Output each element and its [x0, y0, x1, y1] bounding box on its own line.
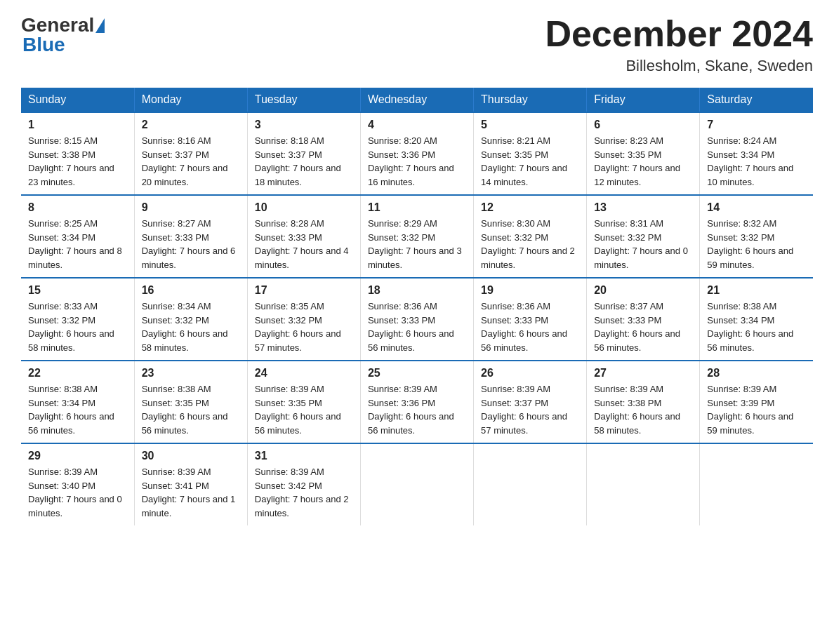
day-cell: 22 Sunrise: 8:38 AMSunset: 3:34 PMDaylig… — [21, 361, 134, 443]
day-number: 10 — [255, 201, 353, 214]
day-info: Sunrise: 8:33 AMSunset: 3:32 PMDaylight:… — [28, 301, 114, 353]
day-number: 11 — [368, 201, 466, 214]
day-number: 25 — [368, 367, 466, 380]
day-number: 31 — [255, 450, 353, 462]
day-info: Sunrise: 8:36 AMSunset: 3:33 PMDaylight:… — [368, 301, 454, 353]
day-number: 9 — [142, 201, 240, 214]
day-cell — [587, 443, 700, 525]
header-sunday: Sunday — [21, 88, 134, 112]
week-row-5: 29 Sunrise: 8:39 AMSunset: 3:40 PMDaylig… — [21, 443, 813, 525]
day-number: 16 — [142, 284, 240, 297]
day-cell: 23 Sunrise: 8:38 AMSunset: 3:35 PMDaylig… — [134, 361, 247, 443]
day-cell: 29 Sunrise: 8:39 AMSunset: 3:40 PMDaylig… — [21, 443, 134, 525]
day-number: 19 — [481, 284, 579, 297]
day-number: 28 — [707, 367, 806, 380]
day-info: Sunrise: 8:25 AMSunset: 3:34 PMDaylight:… — [28, 218, 122, 270]
day-cell: 7 Sunrise: 8:24 AMSunset: 3:34 PMDayligh… — [700, 112, 813, 195]
day-cell: 8 Sunrise: 8:25 AMSunset: 3:34 PMDayligh… — [21, 195, 134, 278]
day-info: Sunrise: 8:15 AMSunset: 3:38 PMDaylight:… — [28, 135, 114, 187]
day-cell: 2 Sunrise: 8:16 AMSunset: 3:37 PMDayligh… — [134, 112, 247, 195]
day-info: Sunrise: 8:39 AMSunset: 3:42 PMDaylight:… — [255, 467, 349, 518]
day-cell: 14 Sunrise: 8:32 AMSunset: 3:32 PMDaylig… — [700, 195, 813, 278]
day-cell: 30 Sunrise: 8:39 AMSunset: 3:41 PMDaylig… — [134, 443, 247, 525]
day-cell: 3 Sunrise: 8:18 AMSunset: 3:37 PMDayligh… — [247, 112, 360, 195]
day-info: Sunrise: 8:36 AMSunset: 3:33 PMDaylight:… — [481, 301, 567, 353]
day-cell — [474, 443, 587, 525]
header-monday: Monday — [134, 88, 247, 112]
day-info: Sunrise: 8:16 AMSunset: 3:37 PMDaylight:… — [142, 135, 228, 187]
day-cell: 21 Sunrise: 8:38 AMSunset: 3:34 PMDaylig… — [700, 278, 813, 361]
day-cell — [360, 443, 473, 525]
day-number: 29 — [28, 450, 127, 462]
day-info: Sunrise: 8:39 AMSunset: 3:37 PMDaylight:… — [481, 384, 567, 436]
day-number: 21 — [707, 284, 806, 297]
day-cell: 31 Sunrise: 8:39 AMSunset: 3:42 PMDaylig… — [247, 443, 360, 525]
day-cell: 18 Sunrise: 8:36 AMSunset: 3:33 PMDaylig… — [360, 278, 473, 361]
day-info: Sunrise: 8:39 AMSunset: 3:38 PMDaylight:… — [594, 384, 680, 436]
day-cell: 19 Sunrise: 8:36 AMSunset: 3:33 PMDaylig… — [474, 278, 587, 361]
day-number: 27 — [594, 367, 692, 380]
day-number: 26 — [481, 367, 579, 380]
day-info: Sunrise: 8:35 AMSunset: 3:32 PMDaylight:… — [255, 301, 341, 353]
day-info: Sunrise: 8:39 AMSunset: 3:40 PMDaylight:… — [28, 467, 122, 518]
day-info: Sunrise: 8:24 AMSunset: 3:34 PMDaylight:… — [707, 135, 793, 187]
day-cell: 4 Sunrise: 8:20 AMSunset: 3:36 PMDayligh… — [360, 112, 473, 195]
day-number: 17 — [255, 284, 353, 297]
day-info: Sunrise: 8:27 AMSunset: 3:33 PMDaylight:… — [142, 218, 236, 270]
day-cell: 17 Sunrise: 8:35 AMSunset: 3:32 PMDaylig… — [247, 278, 360, 361]
day-info: Sunrise: 8:38 AMSunset: 3:34 PMDaylight:… — [707, 301, 793, 353]
month-title: December 2024 — [545, 14, 813, 54]
header-friday: Friday — [587, 88, 700, 112]
page-header: General Blue December 2024 Billesholm, S… — [21, 14, 813, 75]
day-number: 30 — [142, 450, 240, 462]
day-info: Sunrise: 8:21 AMSunset: 3:35 PMDaylight:… — [481, 135, 567, 187]
day-cell: 20 Sunrise: 8:37 AMSunset: 3:33 PMDaylig… — [587, 278, 700, 361]
logo-blue-part: Blue — [22, 34, 65, 55]
day-number: 20 — [594, 284, 692, 297]
day-cell — [700, 443, 813, 525]
day-info: Sunrise: 8:39 AMSunset: 3:35 PMDaylight:… — [255, 384, 341, 436]
logo-arrow-icon — [95, 18, 105, 33]
calendar-table: SundayMondayTuesdayWednesdayThursdayFrid… — [21, 88, 813, 525]
day-cell: 27 Sunrise: 8:39 AMSunset: 3:38 PMDaylig… — [587, 361, 700, 443]
day-number: 13 — [594, 201, 692, 214]
day-info: Sunrise: 8:29 AMSunset: 3:32 PMDaylight:… — [368, 218, 462, 270]
week-row-3: 15 Sunrise: 8:33 AMSunset: 3:32 PMDaylig… — [21, 278, 813, 361]
day-info: Sunrise: 8:38 AMSunset: 3:34 PMDaylight:… — [28, 384, 114, 436]
header-saturday: Saturday — [700, 88, 813, 112]
day-info: Sunrise: 8:20 AMSunset: 3:36 PMDaylight:… — [368, 135, 454, 187]
day-number: 22 — [28, 367, 127, 380]
day-cell: 1 Sunrise: 8:15 AMSunset: 3:38 PMDayligh… — [21, 112, 134, 195]
day-info: Sunrise: 8:28 AMSunset: 3:33 PMDaylight:… — [255, 218, 349, 270]
day-cell: 6 Sunrise: 8:23 AMSunset: 3:35 PMDayligh… — [587, 112, 700, 195]
header-wednesday: Wednesday — [360, 88, 473, 112]
day-cell: 13 Sunrise: 8:31 AMSunset: 3:32 PMDaylig… — [587, 195, 700, 278]
day-number: 3 — [255, 119, 353, 131]
day-info: Sunrise: 8:39 AMSunset: 3:39 PMDaylight:… — [707, 384, 793, 436]
day-number: 18 — [368, 284, 466, 297]
day-info: Sunrise: 8:18 AMSunset: 3:37 PMDaylight:… — [255, 135, 341, 187]
day-number: 6 — [594, 119, 692, 131]
day-info: Sunrise: 8:38 AMSunset: 3:35 PMDaylight:… — [142, 384, 228, 436]
location-subtitle: Billesholm, Skane, Sweden — [545, 57, 813, 75]
day-number: 7 — [707, 119, 806, 131]
week-row-2: 8 Sunrise: 8:25 AMSunset: 3:34 PMDayligh… — [21, 195, 813, 278]
day-info: Sunrise: 8:34 AMSunset: 3:32 PMDaylight:… — [142, 301, 228, 353]
day-number: 2 — [142, 119, 240, 131]
week-row-1: 1 Sunrise: 8:15 AMSunset: 3:38 PMDayligh… — [21, 112, 813, 195]
day-number: 8 — [28, 201, 127, 214]
day-cell: 24 Sunrise: 8:39 AMSunset: 3:35 PMDaylig… — [247, 361, 360, 443]
logo: General Blue — [21, 14, 105, 56]
day-cell: 15 Sunrise: 8:33 AMSunset: 3:32 PMDaylig… — [21, 278, 134, 361]
calendar-header-row: SundayMondayTuesdayWednesdayThursdayFrid… — [21, 88, 813, 112]
day-cell: 16 Sunrise: 8:34 AMSunset: 3:32 PMDaylig… — [134, 278, 247, 361]
day-number: 23 — [142, 367, 240, 380]
day-info: Sunrise: 8:31 AMSunset: 3:32 PMDaylight:… — [594, 218, 688, 270]
header-thursday: Thursday — [474, 88, 587, 112]
day-info: Sunrise: 8:32 AMSunset: 3:32 PMDaylight:… — [707, 218, 793, 270]
day-info: Sunrise: 8:39 AMSunset: 3:36 PMDaylight:… — [368, 384, 454, 436]
day-cell: 5 Sunrise: 8:21 AMSunset: 3:35 PMDayligh… — [474, 112, 587, 195]
day-info: Sunrise: 8:37 AMSunset: 3:33 PMDaylight:… — [594, 301, 680, 353]
day-cell: 10 Sunrise: 8:28 AMSunset: 3:33 PMDaylig… — [247, 195, 360, 278]
day-number: 14 — [707, 201, 806, 214]
